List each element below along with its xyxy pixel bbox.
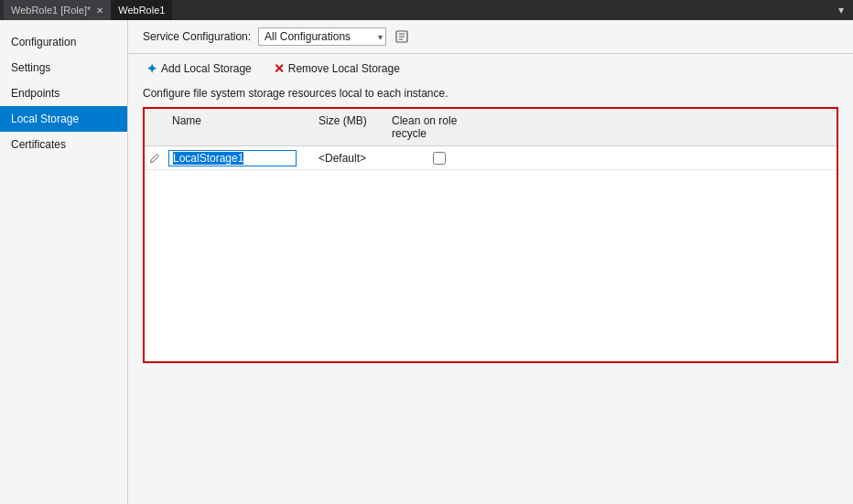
table-row: <Default> [145, 146, 837, 170]
remove-local-storage-button[interactable]: ✕ Remove Local Storage [270, 59, 404, 78]
service-config-label: Service Configuration: [143, 30, 251, 43]
remove-label: Remove Local Storage [288, 62, 400, 75]
row-edit-icon [145, 153, 165, 164]
header-edit [145, 113, 165, 142]
close-icon[interactable]: ✕ [96, 5, 103, 16]
manage-config-icon[interactable] [394, 28, 410, 45]
tab-webrole1[interactable]: WebRole1 [111, 0, 172, 20]
sidebar-item-certificates[interactable]: Certificates [0, 132, 127, 157]
remove-icon: ✕ [274, 61, 285, 76]
tab-webrole1-role[interactable]: WebRole1 [Role]* ✕ [4, 0, 111, 20]
tab-label-active: WebRole1 [118, 5, 165, 16]
row-clean-cell[interactable] [384, 152, 494, 165]
description-text: Configure file system storage resources … [128, 83, 853, 107]
row-name-cell[interactable] [165, 150, 311, 166]
header-clean: Clean on role recycle [384, 113, 494, 142]
sidebar-item-local-storage[interactable]: Local Storage [0, 106, 127, 132]
title-bar: WebRole1 [Role]* ✕ WebRole1 ▾ [0, 0, 853, 20]
local-storage-table: Name Size (MB) Clean on role recycle <De… [143, 107, 838, 363]
service-config-bar: Service Configuration: All Configuration… [128, 20, 853, 54]
table-header: Name Size (MB) Clean on role recycle [145, 109, 837, 146]
header-name: Name [165, 113, 311, 142]
tab-dropdown-icon[interactable]: ▾ [833, 4, 849, 16]
row-size-cell: <Default> [311, 152, 384, 165]
sidebar: Configuration Settings Endpoints Local S… [0, 20, 128, 504]
add-icon: ✦ [146, 61, 157, 76]
sidebar-item-settings[interactable]: Settings [0, 55, 127, 80]
clean-checkbox[interactable] [433, 152, 446, 165]
sidebar-item-configuration[interactable]: Configuration [0, 29, 127, 55]
header-size: Size (MB) [311, 113, 384, 142]
header-rest [494, 113, 837, 142]
toolbar: ✦ Add Local Storage ✕ Remove Local Stora… [128, 54, 853, 83]
main-container: Configuration Settings Endpoints Local S… [0, 20, 853, 504]
tab-label: WebRole1 [Role]* [11, 5, 91, 16]
content-area: Service Configuration: All Configuration… [128, 20, 853, 504]
add-label: Add Local Storage [161, 62, 252, 75]
sidebar-item-endpoints[interactable]: Endpoints [0, 80, 127, 106]
service-config-select-wrapper[interactable]: All Configurations Cloud Local [258, 27, 386, 46]
name-input[interactable] [168, 150, 297, 166]
service-config-select[interactable]: All Configurations Cloud Local [258, 27, 386, 46]
add-local-storage-button[interactable]: ✦ Add Local Storage [143, 59, 255, 78]
